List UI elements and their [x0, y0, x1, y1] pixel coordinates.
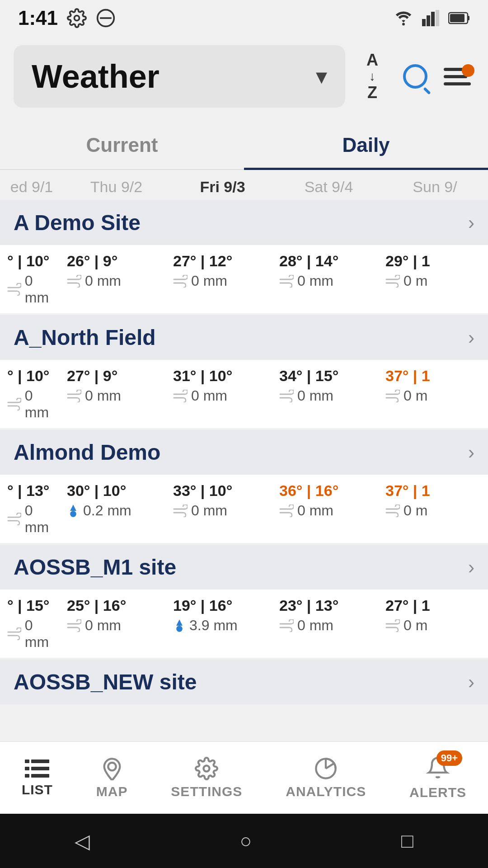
precip-display: 0 m — [385, 617, 484, 634]
site-block: A_North Field › ° | 10° 0 mm 27° | 9° 0 … — [0, 315, 488, 428]
data-cell: 19° | 16° 3.9 mm — [169, 597, 276, 651]
site-header-AOSSB_M1_site[interactable]: AOSSB_M1 site › — [0, 545, 488, 590]
precip-display: 0 mm — [279, 502, 378, 519]
svg-point-3 — [402, 23, 405, 26]
tab-daily[interactable]: Daily — [244, 121, 488, 169]
temp-display: 19° | 16° — [173, 597, 272, 614]
precip-value: 0 mm — [191, 273, 227, 289]
site-header-A_North_Field[interactable]: A_North Field › — [0, 315, 488, 360]
precip-value: 3.9 mm — [189, 617, 238, 634]
precip-value: 0 m — [404, 617, 427, 634]
site-block: A Demo Site › ° | 10° 0 mm 26° | 9° 0 mm… — [0, 200, 488, 313]
data-cell: 37° | 1 0 m — [382, 367, 488, 421]
site-header-AOSSB_NEW_site[interactable]: AOSSB_NEW site › — [0, 660, 488, 704]
precip-value: 0 mm — [25, 502, 60, 536]
home-button[interactable]: ○ — [239, 830, 252, 852]
menu-notification-dot — [462, 64, 474, 77]
menu-button[interactable] — [440, 64, 474, 89]
wind-icon — [7, 627, 21, 640]
sort-az-button[interactable]: A ↓ Z — [354, 51, 390, 101]
wind-icon — [385, 390, 400, 402]
precip-value: 0 m — [404, 273, 427, 289]
data-cell: ° | 10° 0 mm — [0, 367, 63, 421]
dropdown-chevron-icon: ▾ — [316, 63, 327, 90]
date-col-sun: Sun 9/ — [382, 178, 488, 196]
wind-icon — [7, 283, 21, 296]
precip-display: 0 mm — [279, 387, 378, 404]
precip-value: 0 mm — [191, 502, 227, 519]
no-disturb-status-icon — [96, 8, 116, 28]
temp-display: ° | 13° — [7, 482, 60, 500]
svg-rect-49 — [25, 760, 29, 763]
site-name: AOSSB_NEW site — [14, 670, 197, 694]
precip-display: 0 m — [385, 273, 484, 289]
data-cell: 27° | 9° 0 mm — [63, 367, 169, 421]
data-cell: 25° | 16° 0 mm — [63, 597, 169, 651]
nav-analytics[interactable]: ANALYTICS — [286, 757, 366, 799]
site-expand-icon: › — [468, 212, 474, 234]
alerts-badge: 99+ — [436, 750, 462, 766]
precip-display: 0 mm — [7, 617, 60, 651]
nav-list-label: LIST — [22, 782, 53, 797]
nav-list[interactable]: LIST — [22, 759, 53, 797]
rain-icon — [173, 618, 186, 633]
settings-status-icon — [67, 8, 87, 28]
wind-icon — [173, 275, 188, 288]
temp-display: ° | 10° — [7, 252, 60, 270]
precip-value: 0 mm — [85, 617, 121, 634]
nav-alerts[interactable]: 99+ ALERTS — [409, 756, 466, 800]
precip-display: 0 mm — [173, 387, 272, 404]
svg-rect-7 — [436, 10, 439, 26]
svg-point-55 — [108, 763, 116, 770]
precip-display: 0 mm — [67, 273, 166, 289]
data-cell: 36° | 16° 0 mm — [276, 482, 382, 536]
date-col-fri: Fri 9/3 — [169, 178, 276, 196]
status-icons — [393, 10, 470, 26]
data-cell: 27° | 12° 0 mm — [169, 252, 276, 306]
site-name: AOSSB_M1 site — [14, 555, 176, 580]
precip-display: 0 m — [385, 387, 484, 404]
precip-value: 0 mm — [297, 617, 333, 634]
precip-display: 0 m — [385, 502, 484, 519]
sort-a-label: A — [366, 51, 378, 69]
svg-point-44 — [176, 626, 183, 632]
nav-map[interactable]: MAP — [96, 757, 128, 799]
temp-display: 30° | 10° — [67, 482, 166, 500]
weather-dropdown-button[interactable]: Weather ▾ — [14, 45, 345, 108]
site-header-Almond_Demo[interactable]: Almond Demo › — [0, 430, 488, 475]
site-block: AOSSB_NEW site › — [0, 660, 488, 704]
back-button[interactable]: ◁ — [75, 830, 90, 853]
data-cell: 26° | 9° 0 mm — [63, 252, 169, 306]
nav-settings[interactable]: SETTINGS — [171, 757, 242, 799]
wind-icon — [7, 513, 21, 525]
temp-display: ° | 15° — [7, 597, 60, 614]
svg-rect-53 — [25, 774, 29, 778]
site-expand-icon: › — [468, 442, 474, 463]
precip-display: 0 mm — [279, 617, 378, 634]
battery-icon — [448, 11, 470, 25]
site-header-A_Demo_Site[interactable]: A Demo Site › — [0, 200, 488, 245]
precip-display: 3.9 mm — [173, 617, 272, 634]
signal-icon — [422, 10, 440, 26]
precip-value: 0 mm — [191, 387, 227, 404]
site-name: A_North Field — [14, 325, 156, 350]
wind-icon — [385, 275, 400, 288]
app-title: Weather — [32, 58, 160, 95]
wind-icon — [67, 619, 81, 632]
bottom-nav: LIST MAP SETTINGS ANALYTICS — [0, 741, 488, 814]
search-button[interactable] — [399, 61, 431, 92]
app-header: Weather ▾ A ↓ Z — [0, 36, 488, 117]
recents-button[interactable]: □ — [401, 830, 413, 852]
svg-rect-6 — [431, 12, 435, 26]
data-cell: 33° | 10° 0 mm — [169, 482, 276, 536]
temp-display: 37° | 1 — [385, 367, 484, 385]
precip-value: 0 mm — [297, 502, 333, 519]
wind-icon — [173, 505, 188, 517]
map-nav-icon — [100, 757, 124, 780]
wind-icon — [173, 390, 188, 402]
temp-display: ° | 10° — [7, 367, 60, 385]
tab-current[interactable]: Current — [0, 121, 244, 169]
svg-point-0 — [75, 16, 80, 21]
temp-display: 27° | 9° — [67, 367, 166, 385]
precip-value: 0 mm — [25, 617, 60, 651]
